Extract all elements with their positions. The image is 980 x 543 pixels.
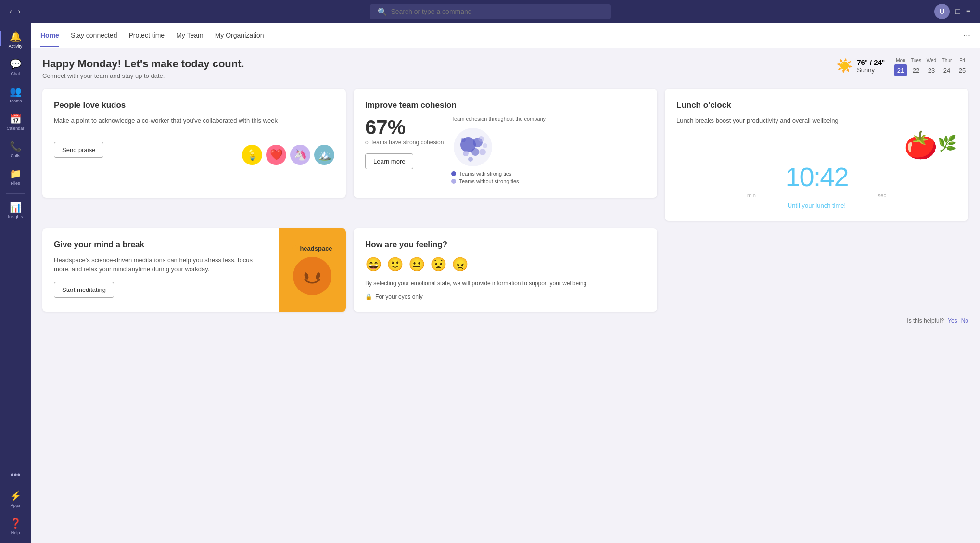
nav-forward-button[interactable]: ›	[18, 7, 20, 16]
lunch-title: Lunch o'clock	[676, 101, 957, 110]
tab-home[interactable]: Home	[40, 24, 59, 47]
tab-my-team[interactable]: My Team	[176, 24, 204, 47]
kudos-emojis: 💡 ❤️ 🦄 🏔️	[242, 145, 334, 165]
legend-label-strong: Teams with strong ties	[459, 171, 511, 177]
cal-num-fri: 25	[956, 64, 968, 76]
nav-more-button[interactable]: ···	[963, 30, 970, 40]
cal-label-wed: Wed	[927, 58, 936, 63]
cohesion-title: Improve team cohesion	[365, 101, 646, 110]
insights-icon: 📊	[10, 202, 22, 213]
calls-icon: 📞	[10, 140, 22, 152]
tab-protect-time[interactable]: Protect time	[128, 24, 165, 47]
cohesion-sub-label: of teams have strong cohesion	[365, 139, 444, 146]
sidebar-item-insights[interactable]: 📊 Insights	[0, 198, 31, 223]
more-icon: •••	[10, 469, 20, 480]
svg-point-9	[468, 157, 473, 162]
learn-more-button[interactable]: Learn more	[365, 153, 413, 169]
cohesion-viz: Team cohesion throughout the company	[451, 116, 646, 186]
weather-block: ☀️ 76° / 24° Sunny	[836, 58, 885, 74]
kudos-title: People love kudos	[54, 101, 334, 110]
svg-point-7	[478, 136, 484, 142]
helpful-no-button[interactable]: No	[961, 317, 968, 324]
legend-dot-strong	[451, 171, 456, 176]
tab-my-org[interactable]: My Organization	[215, 24, 264, 47]
legend-label-weak: Teams without strong ties	[459, 178, 519, 184]
lunch-countdown: Until your lunch time!	[676, 202, 957, 209]
kudos-emoji-lightbulb[interactable]: 💡	[242, 145, 262, 165]
help-icon: ❓	[10, 518, 22, 529]
feeling-emoji-neutral[interactable]: 😐	[408, 256, 425, 272]
bubble-chart	[451, 126, 495, 169]
avatar[interactable]: U	[934, 4, 950, 19]
kudos-emoji-unicorn[interactable]: 🦄	[290, 145, 310, 165]
page-content: Happy Monday! Let's make today count. Co…	[31, 48, 980, 543]
tab-stay-connected[interactable]: Stay connected	[71, 24, 117, 47]
search-bar[interactable]: 🔍	[370, 4, 611, 19]
minimize-icon[interactable]: □	[955, 7, 960, 16]
cohesion-card: Improve team cohesion 67% of teams have …	[354, 89, 657, 198]
sidebar-label-activity: Activity	[9, 44, 23, 49]
sidebar: 🔔 Activity 💬 Chat 👥 Teams 📅 Calendar 📞 C…	[0, 23, 31, 543]
send-praise-button[interactable]: Send praise	[54, 142, 103, 158]
menu-icon[interactable]: ≡	[966, 7, 970, 16]
main-container: 🔔 Activity 💬 Chat 👥 Teams 📅 Calendar 📞 C…	[0, 23, 980, 543]
sidebar-item-files[interactable]: 📁 Files	[0, 164, 31, 189]
helpful-yes-button[interactable]: Yes	[948, 317, 957, 324]
search-input[interactable]	[391, 8, 603, 15]
nav-arrows: ‹ ›	[10, 7, 21, 16]
cal-day-mon: Mon 21	[894, 58, 907, 76]
chart-label: Team cohesion throughout the company	[451, 116, 546, 122]
cal-num-mon: 21	[894, 64, 907, 76]
feeling-card: How are you feeling? 😄 🙂 😐 😟 😠 By select…	[354, 228, 657, 312]
private-label: For your eyes only	[375, 293, 423, 300]
sidebar-item-chat[interactable]: 💬 Chat	[0, 54, 31, 80]
helpful-row: Is this helpful? Yes No	[42, 317, 968, 324]
weather-calendar-widget: ☀️ 76° / 24° Sunny Mon 21 Tues	[836, 58, 968, 76]
cal-day-thu: Thur 24	[941, 58, 953, 76]
content-area: Home Stay connected Protect time My Team…	[31, 23, 980, 543]
greeting-block: Happy Monday! Let's make today count. Co…	[42, 58, 244, 79]
lock-icon: 🔒	[365, 293, 372, 300]
page-title: Happy Monday! Let's make today count.	[42, 58, 244, 70]
timer-separator: :	[814, 162, 820, 192]
feeling-emoji-smile[interactable]: 🙂	[387, 256, 404, 272]
sidebar-item-activity[interactable]: 🔔 Activity	[0, 27, 31, 52]
meditation-text: Give your mind a break Headspace's scien…	[42, 228, 279, 312]
timer-sec-label: sec	[878, 192, 886, 198]
meditation-title: Give your mind a break	[54, 240, 267, 250]
cohesion-stat: 67% of teams have strong cohesion Learn …	[365, 116, 444, 169]
kudos-emoji-heart[interactable]: ❤️	[266, 145, 286, 165]
lunch-leaf-icon: 🌿	[938, 134, 957, 161]
start-meditating-button[interactable]: Start meditating	[54, 282, 114, 298]
sidebar-item-apps[interactable]: ⚡ Apps	[0, 486, 31, 512]
feeling-emoji-angry[interactable]: 😠	[452, 256, 469, 272]
svg-point-10	[304, 272, 309, 280]
top-cards-grid: People love kudos Make a point to acknow…	[42, 89, 968, 221]
nav-back-button[interactable]: ‹	[10, 7, 12, 16]
svg-point-8	[483, 143, 487, 148]
kudos-card: People love kudos Make a point to acknow…	[42, 89, 346, 198]
teams-icon: 👥	[10, 86, 22, 97]
apps-icon: ⚡	[10, 490, 22, 502]
sidebar-item-teams[interactable]: 👥 Teams	[0, 82, 31, 107]
cal-num-wed: 23	[925, 64, 938, 76]
lunch-illustration: 🍅 🌿	[676, 129, 957, 161]
timer-labels: min sec	[676, 192, 957, 198]
weather-temp: 76° / 24°	[857, 58, 885, 66]
topbar-right: U □ ≡	[934, 4, 970, 19]
sidebar-divider	[6, 193, 25, 194]
sidebar-item-calls[interactable]: 📞 Calls	[0, 137, 31, 162]
headspace-logo: headspace	[292, 245, 332, 252]
legend-dot-weak	[451, 179, 456, 184]
lunch-food-icon: 🍅	[904, 129, 938, 161]
calendar-icon: 📅	[10, 113, 22, 125]
sidebar-label-help: Help	[11, 530, 20, 535]
feeling-emoji-worried[interactable]: 😟	[430, 256, 447, 272]
timer-min-label: min	[747, 192, 756, 198]
sidebar-item-more[interactable]: •••	[0, 466, 31, 484]
kudos-emoji-mountain[interactable]: 🏔️	[314, 145, 334, 165]
sidebar-item-calendar[interactable]: 📅 Calendar	[0, 109, 31, 135]
sidebar-item-help[interactable]: ❓ Help	[0, 514, 31, 539]
weather-condition: Sunny	[857, 66, 885, 74]
feeling-emoji-happy[interactable]: 😄	[365, 256, 382, 272]
